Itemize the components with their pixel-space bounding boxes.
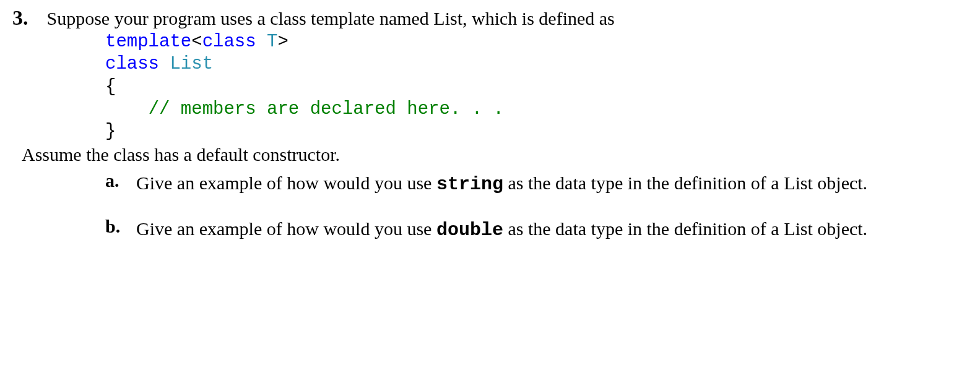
keyword-class: class: [105, 54, 159, 74]
subitem-b-text: Give an example of how would you use dou…: [136, 216, 867, 243]
keyword-template: template: [105, 32, 191, 52]
class-name: List: [170, 54, 213, 74]
assume-text: Assume the class has a default construct…: [22, 144, 961, 165]
type-param: T: [267, 32, 277, 52]
question-container: 3. Suppose your program uses a class tem…: [0, 0, 980, 268]
question-intro-line: 3. Suppose your program uses a class tem…: [12, 6, 961, 30]
subitem-a: a. Give an example of how would you use …: [105, 170, 961, 197]
code-line-5: }: [105, 121, 961, 143]
subitem-a-label: a.: [105, 170, 136, 191]
question-number: 3.: [12, 6, 28, 29]
code-line-4: // members are declared here. . .: [105, 98, 961, 121]
code-string: string: [436, 174, 503, 195]
subitem-b: b. Give an example of how would you use …: [105, 216, 961, 243]
code-block: template<class T> class List { // member…: [105, 31, 961, 143]
question-intro-text: Suppose your program uses a class templa…: [47, 8, 615, 28]
code-line-1: template<class T>: [105, 31, 961, 53]
keyword-class: class: [202, 32, 256, 52]
subitem-b-label: b.: [105, 216, 136, 237]
code-line-2: class List: [105, 53, 961, 75]
subitem-a-text: Give an example of how would you use str…: [136, 170, 867, 197]
code-line-3: {: [105, 76, 961, 98]
code-comment: // members are declared here. . .: [149, 99, 504, 119]
code-double: double: [436, 220, 503, 241]
